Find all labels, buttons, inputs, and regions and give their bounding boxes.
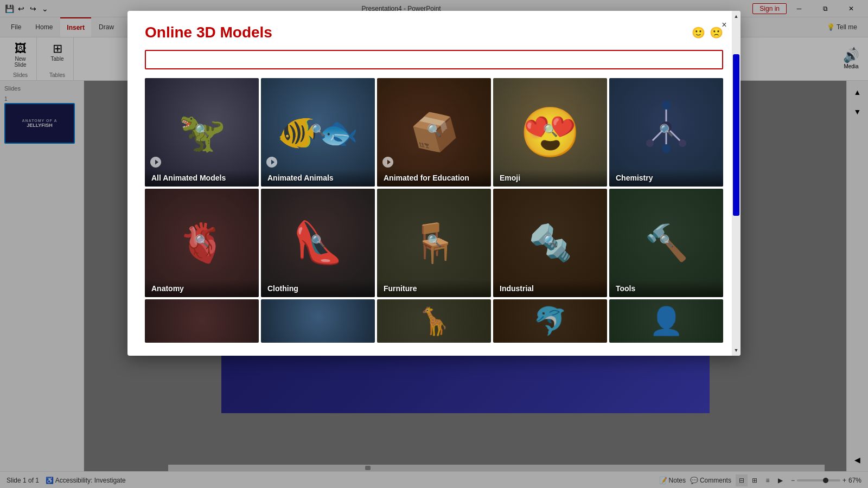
svg-point-10 — [662, 144, 671, 153]
modal-overlay: × Online 3D Models 🙂 🙁 ▲ ▼ — [0, 0, 868, 488]
scroll-down-button[interactable]: ▼ — [732, 345, 741, 356]
dialog-close-button[interactable]: × — [717, 17, 732, 33]
anatomy-label: Anatomy — [145, 280, 259, 297]
dialog-content: 🦖 🔍 All Animated Models — [127, 78, 741, 356]
category-chemistry[interactable]: 🔍 Chemistry — [609, 78, 723, 187]
search-icon: 🔍 — [543, 234, 558, 248]
svg-point-8 — [646, 139, 654, 147]
category-industrial[interactable]: 🔩 🔍 Industrial — [493, 189, 607, 297]
row3-card-1[interactable] — [145, 299, 259, 343]
search-icon: 🔍 — [311, 234, 326, 248]
svg-point-0 — [150, 161, 152, 163]
search-icon: 🔍 — [311, 124, 326, 138]
all-animated-label: All Animated Models — [145, 169, 259, 187]
row3-card-2[interactable] — [261, 299, 375, 343]
scroll-up-button[interactable]: ▲ — [732, 11, 741, 22]
row3-card-4[interactable]: 🐬 — [493, 299, 607, 343]
online-3d-models-dialog: × Online 3D Models 🙂 🙁 ▲ ▼ — [127, 11, 741, 356]
search-icon: 🔍 — [427, 124, 442, 138]
category-emoji[interactable]: 😍 🔍 Emoji — [493, 78, 607, 187]
tools-label: Tools — [609, 280, 723, 297]
svg-point-1 — [159, 161, 161, 163]
category-anatomy[interactable]: 🫀 🔍 Anatomy — [145, 189, 259, 297]
model-grid-row2: 🫀 🔍 Anatomy 👠 🔍 Clothing 🪑 — [145, 189, 723, 297]
search-input[interactable] — [145, 50, 723, 69]
scrollbar-thumb[interactable] — [733, 54, 739, 216]
emoji-label: Emoji — [493, 169, 607, 187]
animated-animals-label: Animated Animals — [261, 169, 375, 187]
category-clothing[interactable]: 👠 🔍 Clothing — [261, 189, 375, 297]
row3-card-5[interactable]: 👤 — [609, 299, 723, 343]
dialog-title: Online 3D Models — [145, 24, 272, 41]
search-icon: 🔍 — [659, 124, 674, 138]
search-icon: 🔍 — [195, 124, 209, 138]
search-icon: 🔍 — [659, 234, 674, 248]
dialog-header: Online 3D Models 🙂 🙁 — [127, 11, 741, 50]
clothing-label: Clothing — [261, 280, 375, 297]
category-tools[interactable]: 🔨 🔍 Tools — [609, 189, 723, 297]
category-all-animated[interactable]: 🦖 🔍 All Animated Models — [145, 78, 259, 187]
furniture-label: Furniture — [377, 280, 491, 297]
row3-card-3[interactable]: 🦒 — [377, 299, 491, 343]
chemistry-label: Chemistry — [609, 169, 723, 187]
dialog-scrollbar: ▲ ▼ — [732, 11, 741, 356]
model-grid-row3: 🦒 🐬 👤 — [145, 299, 723, 343]
category-animated-animals[interactable]: 🐠🐟 🔍 Animated Animals — [261, 78, 375, 187]
industrial-label: Industrial — [493, 280, 607, 297]
svg-point-9 — [679, 139, 686, 147]
search-icon: 🔍 — [427, 234, 442, 248]
category-animated-education[interactable]: 📦 🔍 Animated for Education — [377, 78, 491, 187]
svg-point-6 — [662, 101, 671, 110]
animated-education-label: Animated for Education — [377, 169, 491, 187]
model-grid-row1: 🦖 🔍 All Animated Models — [145, 78, 723, 187]
search-icon: 🔍 — [195, 234, 209, 248]
search-icon: 🔍 — [543, 124, 558, 138]
category-furniture[interactable]: 🪑 🔍 Furniture — [377, 189, 491, 297]
thumbs-up-button[interactable]: 🙂 — [692, 26, 705, 39]
